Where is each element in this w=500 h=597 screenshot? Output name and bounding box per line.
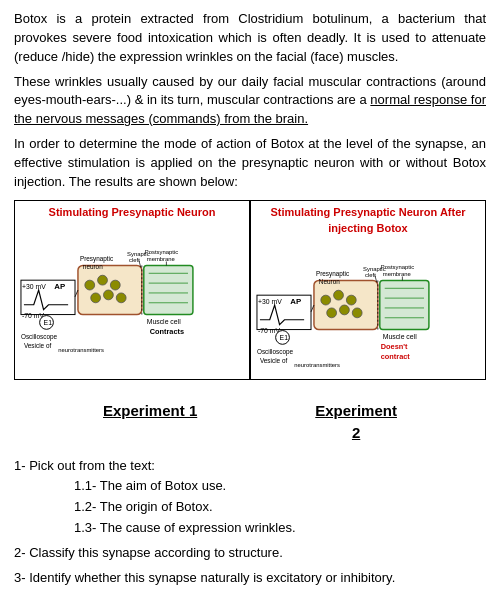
svg-text:E1: E1: [280, 335, 289, 342]
svg-point-44: [346, 296, 356, 306]
question2: 2- Classify this synapse according to st…: [14, 543, 486, 564]
svg-rect-16: [144, 265, 193, 314]
q1-1: 1.1- The aim of Botox use.: [74, 476, 486, 497]
svg-point-43: [334, 291, 344, 301]
svg-point-13: [104, 290, 114, 300]
svg-text:Vesicle of: Vesicle of: [24, 342, 52, 349]
svg-point-10: [98, 275, 108, 285]
svg-text:membrane: membrane: [383, 271, 411, 277]
svg-text:Postsynaptic: Postsynaptic: [381, 264, 414, 270]
intro-para2: These wrinkles usually caused by our dai…: [14, 73, 486, 130]
svg-text:contract: contract: [381, 353, 411, 362]
svg-text:Muscle cell: Muscle cell: [147, 318, 181, 325]
svg-text:+30 mV: +30 mV: [258, 298, 282, 305]
svg-rect-49: [380, 281, 429, 330]
svg-text:Presynaptic: Presynaptic: [80, 255, 114, 263]
svg-text:Muscle cell: Muscle cell: [383, 334, 417, 341]
experiment2-label: Experiment 2: [315, 400, 397, 444]
experiment1-label: Experiment 1: [103, 400, 197, 444]
svg-text:Oscilloscope: Oscilloscope: [257, 349, 294, 357]
svg-text:neuron: neuron: [83, 263, 103, 270]
svg-text:cleft: cleft: [129, 257, 140, 263]
experiments-row: Experiment 1 Experiment 2: [14, 400, 486, 444]
svg-text:AP: AP: [290, 297, 301, 306]
svg-point-47: [352, 308, 362, 318]
diagram-left-title: Stimulating Presynaptic Neuron: [19, 205, 245, 221]
svg-point-12: [91, 292, 101, 302]
svg-text:Vesicle of: Vesicle of: [260, 357, 288, 364]
svg-text:Doesn't: Doesn't: [381, 343, 408, 352]
svg-text:neurotransmitters: neurotransmitters: [58, 346, 104, 352]
svg-text:Presynaptic: Presynaptic: [316, 271, 350, 279]
question3: 3- Identify whether this synapse natural…: [14, 568, 486, 589]
diagram-right-title: Stimulating Presynaptic Neuron After inj…: [255, 205, 481, 237]
svg-text:Oscilloscope: Oscilloscope: [21, 333, 58, 341]
svg-point-46: [340, 305, 350, 315]
svg-point-45: [327, 308, 337, 318]
svg-text:AP: AP: [54, 282, 65, 291]
svg-point-9: [85, 280, 95, 290]
svg-text:+30 mV: +30 mV: [22, 283, 46, 290]
q1-2: 1.2- The origin of Botox.: [74, 497, 486, 518]
intro-para3: In order to determine the mode of action…: [14, 135, 486, 192]
svg-text:E1: E1: [44, 319, 53, 326]
diagram-right-svg: +30 mV AP -70 mV E1 Oscilloscope Vesicle…: [255, 240, 481, 370]
svg-text:membrane: membrane: [147, 255, 175, 261]
q1-text: 1- Pick out from the text:: [14, 458, 155, 473]
svg-text:Neuron: Neuron: [319, 279, 340, 286]
svg-point-11: [110, 280, 120, 290]
diagram-right: Stimulating Presynaptic Neuron After inj…: [251, 201, 485, 379]
intro-para1: Botox is a protein extracted from Clostr…: [14, 10, 486, 67]
svg-point-42: [321, 296, 331, 306]
experiment2-number: 2: [352, 424, 360, 441]
questions-section: 1- Pick out from the text: 1.1- The aim …: [14, 456, 486, 589]
svg-text:neurotransmitters: neurotransmitters: [294, 362, 340, 368]
svg-text:Postsynaptic: Postsynaptic: [145, 248, 178, 254]
q1-3: 1.3- The cause of expression wrinkles.: [74, 518, 486, 539]
svg-text:Contracts: Contracts: [150, 327, 184, 336]
diagram-section: Stimulating Presynaptic Neuron +30 mV AP…: [14, 200, 486, 380]
svg-text:cleft: cleft: [365, 273, 376, 279]
diagram-left: Stimulating Presynaptic Neuron +30 mV AP…: [15, 201, 251, 379]
svg-point-14: [116, 292, 126, 302]
question1: 1- Pick out from the text: 1.1- The aim …: [14, 456, 486, 539]
diagram-left-svg: +30 mV AP -70 mV E1 Oscilloscope Vesicle…: [19, 225, 245, 355]
